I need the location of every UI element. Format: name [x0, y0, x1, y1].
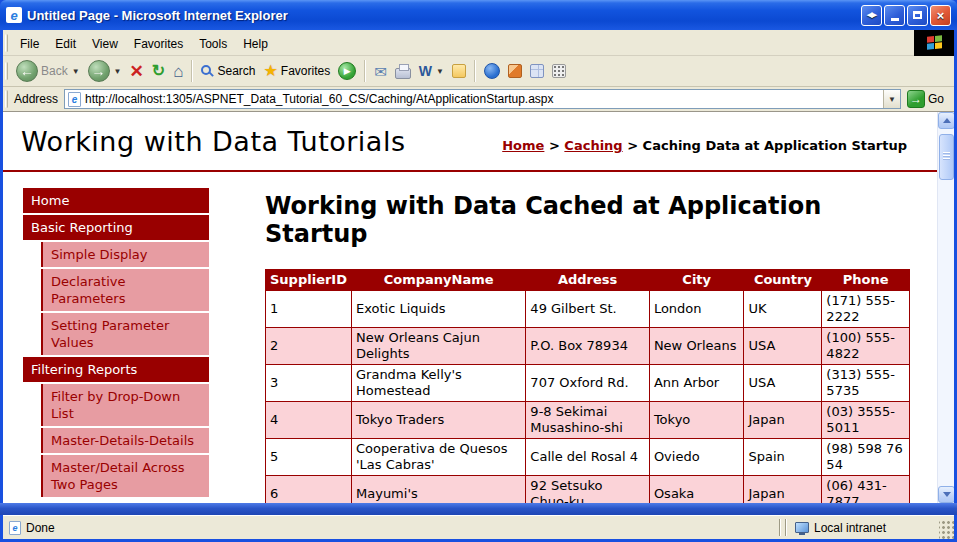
sidebar-item[interactable]: Basic Reporting — [23, 215, 209, 240]
refresh-button[interactable]: ↻ — [148, 61, 169, 81]
home-button[interactable]: ⌂ — [169, 61, 187, 82]
back-label: Back — [41, 64, 68, 78]
menu-file[interactable]: File — [12, 33, 47, 55]
table-cell: Grandma Kelly's Homestead — [352, 364, 526, 401]
table-cell: Tokyo — [649, 401, 744, 438]
media-icon: ▶ — [338, 62, 356, 80]
sidebar-item[interactable]: Filter by Drop-Down List — [41, 384, 209, 426]
scroll-down-button[interactable] — [938, 486, 954, 503]
browser-window: e Untitled Page - Microsoft Internet Exp… — [0, 0, 957, 542]
menu-tools[interactable]: Tools — [191, 33, 235, 55]
discuss-button[interactable] — [448, 62, 470, 80]
address-label: Address — [14, 92, 58, 106]
print-icon — [395, 68, 411, 79]
maximize-button[interactable] — [907, 5, 928, 26]
table-cell: 4 — [266, 401, 352, 438]
table-cell: Spain — [744, 438, 822, 475]
table-cell: Exotic Liquids — [352, 290, 526, 327]
status-text: Done — [26, 521, 55, 535]
table-cell: 3 — [266, 364, 352, 401]
address-grip[interactable] — [5, 90, 8, 108]
column-header: Country — [744, 269, 822, 290]
forward-icon: → — [88, 60, 110, 82]
table-cell: New Orleans — [649, 327, 744, 364]
table-cell: (313) 555-5735 — [822, 364, 910, 401]
research-button[interactable] — [526, 62, 548, 80]
status-page-icon: e — [9, 521, 21, 535]
sidebar-item[interactable]: Setting Parameter Values — [41, 313, 209, 355]
toolbar-grip[interactable] — [5, 62, 8, 80]
menu-help[interactable]: Help — [235, 33, 276, 55]
back-dropdown-icon[interactable]: ▼ — [72, 67, 80, 76]
go-label: Go — [928, 92, 944, 106]
title-bar[interactable]: e Untitled Page - Microsoft Internet Exp… — [0, 0, 957, 30]
back-button[interactable]: ← Back ▼ — [12, 58, 84, 84]
media-button[interactable]: ▶ — [334, 60, 360, 82]
sidebar-item[interactable]: Simple Display — [41, 242, 209, 267]
close-button[interactable]: × — [930, 5, 951, 26]
window-nav-button[interactable]: ◀▶ — [861, 5, 882, 26]
status-separator — [779, 519, 781, 536]
vertical-scrollbar[interactable] — [937, 112, 954, 503]
toolbar-options-button[interactable] — [548, 62, 570, 80]
table-cell: USA — [744, 364, 822, 401]
table-cell: Ann Arbor — [649, 364, 744, 401]
toolbar-separator — [474, 60, 476, 82]
scroll-down-icon — [943, 492, 951, 497]
table-cell: 707 Oxford Rd. — [526, 364, 650, 401]
scroll-up-icon — [943, 118, 951, 123]
table-cell: (98) 598 76 54 — [822, 438, 910, 475]
table-cell: (171) 555-2222 — [822, 290, 910, 327]
menu-favorites[interactable]: Favorites — [126, 33, 191, 55]
scrollbar-thumb[interactable] — [939, 134, 954, 180]
messenger-button[interactable] — [480, 61, 504, 81]
table-cell: (03) 3555-5011 — [822, 401, 910, 438]
search-icon — [201, 65, 211, 75]
address-bar: Address e http://localhost:1305/ASPNET_D… — [3, 87, 954, 112]
column-header: City — [649, 269, 744, 290]
sidebar-item[interactable]: Declarative Parameters — [41, 269, 209, 311]
address-dropdown-button[interactable]: ▼ — [883, 90, 900, 108]
table-cell: Oviedo — [649, 438, 744, 475]
menu-edit[interactable]: Edit — [47, 33, 84, 55]
toolbar-separator — [364, 60, 366, 82]
discuss-icon — [452, 64, 466, 78]
table-cell: Tokyo Traders — [352, 401, 526, 438]
breadcrumb-link[interactable]: Caching — [564, 138, 622, 153]
favorites-label: Favorites — [281, 64, 330, 78]
edit-with-word-button[interactable]: W ▼ — [415, 62, 448, 80]
search-button[interactable]: Search — [197, 62, 259, 80]
browser-viewport: Working with Data Tutorials Home > Cachi… — [3, 112, 954, 503]
sidebar-item[interactable]: Master/Detail Across Two Pages — [41, 455, 209, 497]
page-title: Working with Data Cached at Application … — [265, 192, 865, 249]
column-header: CompanyName — [352, 269, 526, 290]
column-header: Address — [526, 269, 650, 290]
resize-grip[interactable] — [939, 521, 954, 539]
web-page: Working with Data Tutorials Home > Cachi… — [3, 112, 937, 503]
page-body: HomeBasic ReportingSimple DisplayDeclara… — [3, 172, 937, 503]
sidebar-item[interactable]: Master-Details-Details — [41, 428, 209, 453]
mail-icon: ✉ — [374, 64, 387, 79]
main-content: Working with Data Cached at Application … — [265, 188, 925, 503]
print-button[interactable] — [391, 62, 415, 81]
table-cell: 9-8 Sekimai Musashino-shi — [526, 401, 650, 438]
forward-button[interactable]: → ▼ — [84, 58, 126, 84]
menu-grip[interactable] — [5, 34, 8, 52]
address-input[interactable]: e http://localhost:1305/ASPNET_Data_Tuto… — [64, 89, 901, 109]
mail-button[interactable]: ✉ — [370, 62, 391, 81]
menu-view[interactable]: View — [84, 33, 126, 55]
table-cell: 2 — [266, 327, 352, 364]
edit-page-button[interactable] — [504, 62, 526, 80]
sidebar-item[interactable]: Filtering Reports — [23, 357, 209, 382]
scroll-up-button[interactable] — [938, 112, 954, 129]
stop-button[interactable]: ✕ — [126, 61, 148, 82]
favorites-button[interactable]: ★ Favorites — [260, 61, 335, 81]
forward-dropdown-icon[interactable]: ▼ — [114, 67, 122, 76]
word-dropdown-icon[interactable]: ▼ — [436, 67, 444, 76]
sidebar-item[interactable]: Home — [23, 188, 209, 213]
breadcrumb-link[interactable]: Home — [502, 138, 544, 153]
toolbar-separator — [191, 60, 193, 82]
go-button[interactable]: → Go — [901, 90, 950, 108]
minimize-button[interactable] — [884, 5, 905, 26]
local-intranet-icon — [795, 522, 809, 533]
